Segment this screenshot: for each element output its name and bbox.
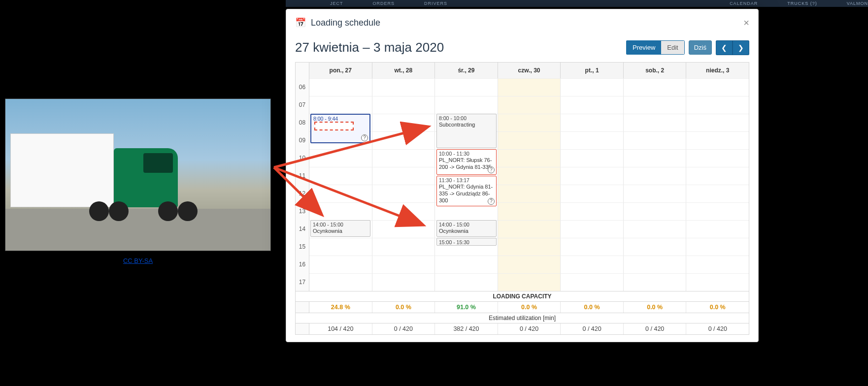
hour-label: 10 [296,149,309,167]
calendar-event[interactable]: 10:00 - 11:30PL_NORT: Słupsk 76-200 -> G… [436,149,497,175]
calendar-cell[interactable] [309,185,372,202]
calendar-cell[interactable] [498,149,561,167]
calendar-cell[interactable] [686,256,749,273]
calendar-cell[interactable] [372,167,435,185]
calendar-cell[interactable] [624,96,687,114]
calendar-cell[interactable] [686,96,749,114]
calendar-cell[interactable] [561,78,624,96]
calendar-cell[interactable] [309,167,372,185]
calendar-cell[interactable] [372,273,435,291]
calendar-cell[interactable] [686,131,749,149]
calendar-cell[interactable] [686,149,749,167]
calendar-cell[interactable] [624,256,687,273]
calendar-cell[interactable] [372,149,435,167]
calendar-cell[interactable] [686,167,749,185]
calendar-cell[interactable] [498,202,561,220]
calendar-cell[interactable] [309,78,372,96]
calendar-cell[interactable] [624,167,687,185]
calendar-cell[interactable] [309,238,372,256]
calendar-cell[interactable] [686,114,749,131]
calendar-cell[interactable] [435,78,498,96]
calendar-cell[interactable] [498,131,561,149]
calendar-cell[interactable] [561,220,624,238]
close-icon[interactable]: × [743,17,749,29]
prev-week-button[interactable]: ❮ [716,40,733,55]
calendar-cell[interactable] [686,273,749,291]
calendar-cell[interactable] [561,202,624,220]
calendar-event[interactable]: 8:00 - 10:00Subcontracting [436,114,497,148]
calendar-cell[interactable] [309,149,372,167]
calendar-cell[interactable] [372,220,435,238]
calendar-cell[interactable] [624,149,687,167]
calendar-event[interactable]: 15:00 - 15:30 [436,238,497,246]
calendar-cell[interactable] [624,238,687,256]
calendar-cell[interactable] [686,78,749,96]
calendar-cell[interactable] [561,167,624,185]
calendar-cell[interactable] [561,185,624,202]
calendar-cell[interactable] [309,96,372,114]
calendar-cell[interactable] [372,256,435,273]
photo-credit-link[interactable]: CC BY-SA [123,257,153,264]
calendar-cell[interactable] [372,131,435,149]
calendar-cell[interactable] [561,131,624,149]
calendar-event[interactable]: 8:00 - 9:44? [310,114,370,143]
calendar-cell[interactable] [624,114,687,131]
calendar-cell[interactable] [624,185,687,202]
hour-label: 08 [296,114,309,131]
event-time: 15:00 - 15:30 [439,239,494,246]
day-header: niedz., 3 [686,63,749,78]
calendar-cell[interactable] [624,220,687,238]
day-header: pt., 1 [561,63,624,78]
calendar-cell[interactable] [309,202,372,220]
calendar-cell[interactable] [561,114,624,131]
calendar-event[interactable]: 11:30 - 13:17PL_NORT: Gdynia 81-335 -> G… [436,176,497,206]
calendar-cell[interactable] [561,256,624,273]
event-title: PL_NORT: Słupsk 76-200 -> Gdynia 81-335 [439,157,494,171]
calendar-cell[interactable] [498,220,561,238]
help-icon[interactable]: ? [488,198,495,205]
calendar-cell[interactable] [498,185,561,202]
calendar-cell[interactable] [372,238,435,256]
calendar-cell[interactable] [561,149,624,167]
hour-label: 15 [296,238,309,256]
calendar-cell[interactable] [372,185,435,202]
utilization-value: 382 / 420 [435,323,498,334]
calendar-cell[interactable] [498,238,561,256]
edit-button[interactable]: Edit [661,40,684,55]
calendar-cell[interactable] [498,114,561,131]
calendar-cell[interactable] [624,131,687,149]
calendar-cell[interactable] [435,96,498,114]
calendar-cell[interactable] [498,256,561,273]
today-button[interactable]: Dziś [689,40,712,55]
calendar-cell[interactable] [561,273,624,291]
calendar-cell[interactable] [498,96,561,114]
calendar-cell[interactable] [435,256,498,273]
calendar-cell[interactable] [686,185,749,202]
calendar-cell[interactable] [624,78,687,96]
event-time: 8:00 - 10:00 [439,115,494,122]
calendar-cell[interactable] [372,96,435,114]
calendar-cell[interactable] [686,238,749,256]
help-icon[interactable]: ? [361,134,368,141]
calendar-event[interactable]: 14:00 - 15:00Ocynkownia [310,220,370,237]
calendar-cell[interactable] [624,273,687,291]
calendar-cell[interactable] [372,78,435,96]
calendar-cell[interactable] [372,202,435,220]
calendar-event[interactable]: 14:00 - 15:00Ocynkownia [436,220,497,237]
calendar-cell[interactable] [686,202,749,220]
calendar-cell[interactable] [435,273,498,291]
calendar-cell[interactable] [498,78,561,96]
calendar-cell[interactable] [309,256,372,273]
calendar-cell[interactable] [498,273,561,291]
calendar-cell[interactable] [561,96,624,114]
calendar-cell[interactable] [309,273,372,291]
event-time: 8:00 - 9:44 [313,116,367,122]
calendar-cell[interactable] [498,167,561,185]
calendar-cell[interactable] [686,220,749,238]
calendar-cell[interactable] [372,114,435,131]
help-icon[interactable]: ? [488,166,495,173]
next-week-button[interactable]: ❯ [733,40,749,55]
calendar-cell[interactable] [561,238,624,256]
calendar-cell[interactable] [624,202,687,220]
preview-button[interactable]: Preview [626,40,661,55]
